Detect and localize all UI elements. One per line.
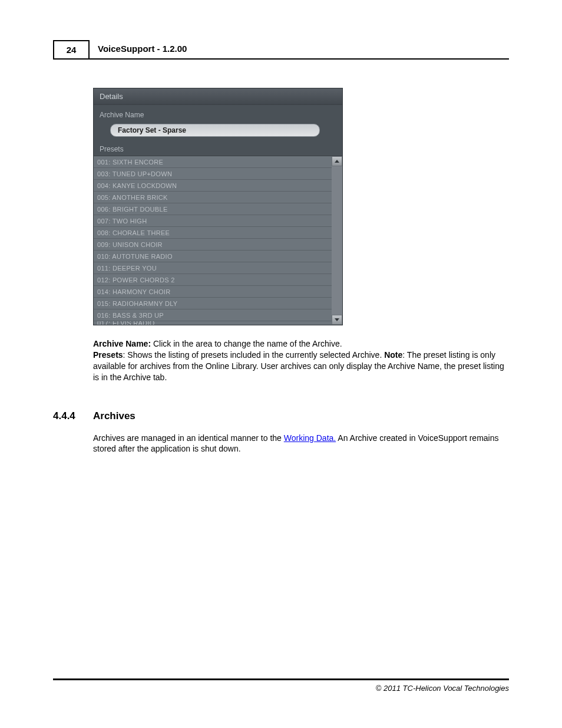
list-item[interactable]: 001: SIXTH ENCORE: [94, 156, 332, 168]
panel-title: Details: [94, 88, 342, 105]
archive-name-label: Archive Name: [94, 105, 342, 124]
page-number: 24: [53, 40, 90, 58]
archive-name-input[interactable]: [110, 124, 320, 137]
list-item[interactable]: 009: UNISON CHOIR: [94, 239, 332, 251]
list-item[interactable]: 005: ANOTHER BRICK: [94, 192, 332, 203]
section-heading: 4.4.4 Archives: [53, 410, 509, 422]
list-item[interactable]: 011: DEEPER YOU: [94, 262, 332, 274]
scroll-up-button[interactable]: [332, 156, 342, 166]
presets-label: Presets: [94, 143, 342, 156]
list-item[interactable]: 014: HARMONY CHOIR: [94, 286, 332, 298]
presets-bold: Presets: [93, 350, 123, 360]
page-footer: © 2011 TC-Helicon Vocal Technologies: [53, 678, 509, 693]
chevron-up-icon: [335, 160, 339, 163]
list-item[interactable]: 017: ELVIS RADIO: [94, 321, 332, 325]
archive-name-field-wrap: [94, 124, 342, 143]
embedded-screenshot: Details Archive Name Presets 001: SIXTH …: [93, 88, 509, 325]
scrollbar[interactable]: [332, 156, 342, 325]
note-bold: Note: [384, 350, 402, 360]
footer-rule: [53, 678, 509, 680]
chevron-down-icon: [335, 318, 339, 321]
section-body: Archives are managed in an identical man…: [93, 433, 509, 455]
page-header: 24 VoiceSupport - 1.2.00: [53, 40, 509, 60]
document-title: VoiceSupport - 1.2.00: [90, 40, 509, 58]
presets-desc-1: : Shows the listing of presets included …: [123, 350, 385, 360]
list-item[interactable]: 016: BASS & 3RD UP: [94, 309, 332, 321]
description-text: Archive Name: Click in the area to chang…: [93, 338, 509, 383]
preset-list-container: 001: SIXTH ENCORE 003: TUNED UP+DOWN 004…: [94, 156, 342, 325]
document-page: 24 VoiceSupport - 1.2.00 Details Archive…: [0, 0, 562, 728]
section-body-1: Archives are managed in an identical man…: [93, 433, 284, 443]
list-item[interactable]: 010: AUTOTUNE RADIO: [94, 251, 332, 262]
list-item[interactable]: 003: TUNED UP+DOWN: [94, 168, 332, 180]
working-data-link[interactable]: Working Data.: [284, 433, 336, 443]
list-item[interactable]: 004: KANYE LOCKDOWN: [94, 180, 332, 192]
archive-name-bold: Archive Name:: [93, 339, 151, 348]
section-title: Archives: [93, 410, 135, 422]
preset-list[interactable]: 001: SIXTH ENCORE 003: TUNED UP+DOWN 004…: [94, 156, 332, 325]
details-panel: Details Archive Name Presets 001: SIXTH …: [93, 88, 343, 325]
scroll-track[interactable]: [332, 166, 342, 315]
copyright-text: © 2011 TC-Helicon Vocal Technologies: [53, 684, 509, 693]
list-item[interactable]: 006: BRIGHT DOUBLE: [94, 203, 332, 215]
scroll-down-button[interactable]: [332, 315, 342, 325]
list-item[interactable]: 015: RADIOHARMNY DLY: [94, 298, 332, 309]
list-item[interactable]: 008: CHORALE THREE: [94, 227, 332, 239]
section-number: 4.4.4: [53, 410, 93, 422]
list-item[interactable]: 012: POWER CHORDS 2: [94, 274, 332, 286]
list-item[interactable]: 007: TWO HIGH: [94, 215, 332, 227]
archive-name-desc: Click in the area to change the name of …: [151, 339, 342, 348]
